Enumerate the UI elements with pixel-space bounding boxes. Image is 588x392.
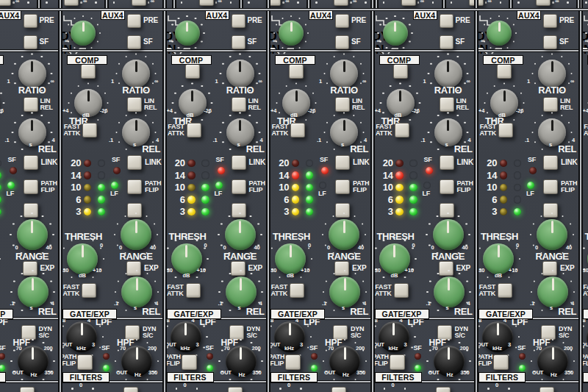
lpf-bot-right-label: 3 [508,342,511,348]
comp-knee-button[interactable] [393,64,408,79]
aux4-pre-button[interactable] [543,14,557,28]
comp-threshold-knob[interactable] [0,82,6,124]
comp-lin-rel-button[interactable] [127,97,142,112]
path-flip-button[interactable] [440,179,454,194]
next-section-button[interactable] [331,387,346,392]
hpf-unit-label: Hz [343,372,349,378]
link-button[interactable] [24,155,38,170]
aux4-level-knob[interactable] [584,14,588,52]
meter-led [98,171,106,179]
gate-fast-attack-button[interactable] [498,283,512,298]
path-flip-label: PATH FLIP [353,180,372,194]
aux4-sf-button[interactable] [127,35,141,49]
console-panel: AUX4 ∞ PRE SF COMP 1 ∞ RATIO +4 dB -26 T… [0,0,588,392]
comp-knee-button[interactable] [497,64,512,79]
top-module-button[interactable] [536,0,551,6]
meter-led [306,196,314,204]
top-module-button[interactable] [401,0,416,6]
aux4-level-knob[interactable] [168,14,207,52]
range-min-label: 0 [431,245,434,251]
aux4-pre-button[interactable] [127,14,141,28]
top-module-button[interactable] [199,0,214,6]
next-section-button[interactable] [20,387,35,392]
aux4-pre-button[interactable] [24,14,37,28]
aux4-sf-button[interactable] [335,35,349,49]
thr-min-label: +4 [478,108,484,114]
gate-threshold-knob[interactable] [0,235,2,282]
top-module-button[interactable] [132,0,146,6]
meter-led [514,171,522,179]
meter-led [201,171,209,179]
path-flip-button[interactable] [335,179,350,194]
gate-fast-attack-button[interactable] [394,283,409,298]
gate-fast-attack-button[interactable] [290,283,304,298]
comp-fast-attack-button[interactable] [395,123,409,138]
gate-rel-min-label: .1 [114,301,118,307]
filter-path-flip-button[interactable] [77,354,93,370]
next-section-zero-label: 0 [287,382,290,388]
meter-scale-6: 6 [68,195,81,205]
top-module-button[interactable] [0,0,11,6]
ratio-min-label: 1 [527,79,530,85]
top-module-button[interactable] [334,0,348,6]
filter-path-flip-button[interactable] [493,354,509,370]
aux4-sf-button[interactable] [24,35,37,49]
knob-dot [215,1,218,4]
comp-fast-attack-button[interactable] [290,123,305,138]
filter-path-flip-button[interactable] [182,354,197,370]
next-section-button[interactable] [436,387,451,392]
comp-lin-rel-button[interactable] [543,97,558,112]
gate-thresh-max-label: +10 [301,268,309,274]
link-button[interactable] [232,155,246,170]
comp-knee-button[interactable] [289,64,304,79]
link-button[interactable] [127,155,142,170]
path-flip-button[interactable] [24,179,38,194]
comp-fast-attack-button[interactable] [187,123,201,138]
path-flip-button[interactable] [127,179,142,194]
aux4-sf-button[interactable] [543,35,557,49]
aux4-pre-button[interactable] [335,14,349,28]
aux4-pre-button[interactable] [440,14,453,28]
link-button[interactable] [335,155,350,170]
lpf-out-label: OUT [269,342,280,348]
aux4-pre-button[interactable] [232,14,245,28]
hpf-bot-right-label: 350 [356,370,365,376]
knob-dot [282,1,284,4]
aux4-level-knob[interactable] [64,14,102,52]
aux4-pre-label: PRE [248,17,262,25]
top-module-button[interactable] [64,0,79,6]
comp-fast-attack-button[interactable] [82,123,97,138]
comp-lin-rel-button[interactable] [440,97,454,112]
next-section-button[interactable] [228,387,243,392]
path-flip-label: PATH FLIP [145,180,164,194]
meter-led [306,184,314,192]
filter-path-flip-button[interactable] [390,354,405,370]
comp-rel-label: REL [346,144,368,154]
path-flip-button[interactable] [543,179,558,194]
aux4-sf-button[interactable] [232,35,245,49]
meter-scale-20: 20 [172,158,185,168]
comp-knee-button[interactable] [185,64,200,79]
next-section-button[interactable] [539,387,554,392]
comp-rel-max-label: 4 [52,138,55,143]
comp-fast-attack-label: FAST ATTK [268,124,288,138]
link-button[interactable] [543,155,558,170]
path-flip-button[interactable] [232,179,246,194]
gate-fast-attack-button[interactable] [82,283,96,298]
comp-lin-rel-button[interactable] [335,97,350,112]
comp-lin-rel-button[interactable] [24,97,38,112]
comp-lin-rel-button[interactable] [232,97,246,112]
filter-path-flip-button[interactable] [285,354,301,370]
next-section-button[interactable] [123,387,138,392]
filter-sf-led [415,353,421,360]
aux4-sf-button[interactable] [440,35,453,49]
aux4-level-knob[interactable] [376,14,415,52]
aux4-level-knob[interactable] [480,14,518,52]
aux4-level-knob[interactable] [272,14,310,52]
link-button[interactable] [440,155,454,170]
comp-knee-button[interactable] [81,64,96,79]
hpf-bot-right-label: 350 [564,370,573,376]
gate-fast-attack-button[interactable] [186,283,201,298]
comp-fast-attack-button[interactable] [498,123,513,138]
top-knob-min-label: ∞ [353,0,356,4]
